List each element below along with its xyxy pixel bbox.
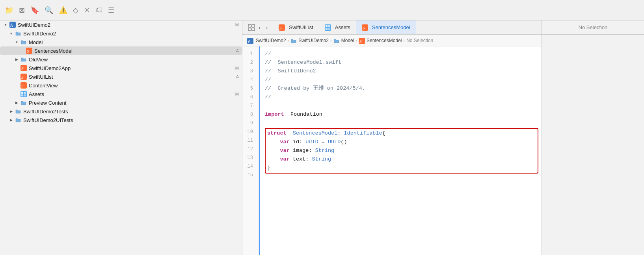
- svg-text:S: S: [21, 66, 24, 71]
- svg-rect-15: [248, 24, 251, 27]
- code-line-9: [265, 119, 542, 128]
- line-num-6: 6: [242, 93, 255, 102]
- folder-icon: [20, 100, 27, 106]
- tab-bar: ‹ › S SwiftUIList Assets S SentencesMo: [242, 20, 542, 35]
- tag-icon[interactable]: 🏷: [95, 6, 102, 14]
- assets-icon: [325, 24, 331, 31]
- breadcrumb-no-selection[interactable]: No Selection: [406, 38, 433, 43]
- chevron-icon: ▾: [14, 40, 19, 44]
- breadcrumb-sentencesmodel[interactable]: SentencesModel: [367, 38, 402, 43]
- back-button[interactable]: ‹: [257, 24, 262, 31]
- badge: A: [236, 74, 239, 79]
- sparkle-icon[interactable]: ✳: [84, 6, 90, 15]
- badge: A: [236, 48, 239, 53]
- sidebar-item-swiftuiList[interactable]: S SwiftUIList A: [0, 72, 242, 81]
- svg-rect-18: [252, 28, 255, 31]
- line-num-3: 3: [242, 67, 255, 76]
- diamond-icon[interactable]: ◇: [73, 6, 78, 15]
- tab-label: SentencesModel: [372, 24, 410, 30]
- sidebar-item-swiftuidemo2-group[interactable]: ▾ SwiftUIDemo2: [0, 29, 242, 38]
- stop-icon[interactable]: ⊠: [19, 6, 25, 15]
- bookmark-icon[interactable]: 🔖: [30, 6, 39, 15]
- line-num-8: 8: [242, 110, 255, 119]
- line-num-4: 4: [242, 76, 255, 84]
- breadcrumb-swiftuidemo2-folder[interactable]: SwiftUIDemo2: [298, 38, 329, 43]
- code-line-1: //: [265, 50, 542, 58]
- app-icon: A: [247, 38, 252, 43]
- swift-icon: S: [26, 48, 32, 54]
- sidebar-item-uitests[interactable]: ▶ SwiftUIDemo2UITests: [0, 116, 242, 124]
- svg-rect-13: [21, 94, 23, 96]
- chevron-icon: [14, 75, 19, 79]
- folder-icon: [15, 30, 21, 37]
- sidebar-item-model[interactable]: ▾ Model: [0, 38, 242, 46]
- sidebar-label: SentencesModel: [34, 48, 73, 54]
- sidebar-label: SwiftUIDemo2: [18, 22, 50, 28]
- line-num-13: 13: [242, 153, 255, 162]
- sidebar-label: Model: [29, 39, 43, 45]
- folder-icon[interactable]: 📁: [5, 6, 13, 15]
- chevron-icon: [14, 83, 19, 87]
- line-num-2: 2: [242, 58, 255, 67]
- warning-icon[interactable]: ⚠️: [59, 6, 67, 15]
- tab-sentencesmodel[interactable]: S SentencesModel: [356, 20, 416, 34]
- breadcrumb-sep: ›: [288, 38, 289, 43]
- code-line-6: //: [265, 93, 542, 102]
- sidebar-item-contentview[interactable]: S ContentView: [0, 81, 242, 90]
- sidebar-item-swiftuidemo2-root[interactable]: ▾ A SwiftUIDemo2 M: [0, 20, 242, 29]
- line-num-12: 12: [242, 145, 255, 153]
- chevron-icon: [14, 92, 19, 96]
- line-num-5: 5: [242, 84, 255, 93]
- code-content[interactable]: // // SentencesModel.swift // SwiftUIDem…: [260, 46, 542, 255]
- svg-rect-16: [252, 24, 255, 27]
- search-icon[interactable]: 🔍: [45, 6, 53, 15]
- folder-icon: [20, 39, 27, 45]
- svg-text:S: S: [363, 26, 365, 30]
- sidebar-label: SwiftUIDemo2App: [29, 65, 71, 71]
- code-line-8: import Foundation: [265, 110, 542, 119]
- forward-button[interactable]: ›: [264, 24, 270, 31]
- editor-panel: ‹ › S SwiftUIList Assets S SentencesMo: [242, 20, 542, 255]
- swift-icon: S: [20, 82, 27, 89]
- tab-swiftuiList[interactable]: S SwiftUIList: [273, 20, 319, 34]
- svg-text:A: A: [10, 23, 13, 28]
- svg-rect-23: [328, 25, 330, 27]
- sidebar-item-sentences-model[interactable]: S SentencesModel A: [0, 46, 242, 55]
- svg-text:S: S: [21, 75, 24, 79]
- code-editor[interactable]: 1 2 3 4 5 6 7 8 9 10 11 12 13 14 15 // /…: [242, 46, 542, 255]
- badge: M: [235, 66, 239, 70]
- line-num-11: 11: [242, 136, 255, 145]
- swift-icon: S: [359, 38, 364, 43]
- breadcrumb-model[interactable]: Model: [341, 38, 354, 43]
- chevron-icon: ▾: [9, 31, 13, 35]
- folder-icon: [20, 56, 27, 63]
- code-line-14: }: [266, 164, 538, 172]
- badge: –: [236, 57, 239, 62]
- breadcrumb-swiftuidemo2[interactable]: SwiftUIDemo2: [256, 38, 286, 43]
- svg-rect-25: [328, 28, 330, 30]
- sidebar-item-assets[interactable]: Assets M: [0, 90, 242, 98]
- list-icon[interactable]: ☰: [108, 6, 114, 15]
- folder-icon: [333, 38, 339, 43]
- svg-rect-11: [21, 92, 23, 94]
- sidebar-item-tests[interactable]: ▶ SwiftUIDemo2Tests: [0, 107, 242, 116]
- highlight-block: struct SentencesModel: Identifiable{ var…: [265, 128, 538, 174]
- svg-rect-17: [248, 28, 251, 31]
- grid-icon[interactable]: [248, 24, 255, 31]
- swift-icon: S: [20, 74, 27, 80]
- svg-rect-14: [24, 94, 26, 96]
- line-num-9: 9: [242, 119, 255, 128]
- svg-text:S: S: [21, 83, 24, 88]
- svg-rect-22: [326, 25, 328, 27]
- main-area: ▾ A SwiftUIDemo2 M ▾ SwiftUIDemo2 ▾ Mode…: [0, 20, 644, 255]
- folder-icon: [15, 117, 21, 123]
- sidebar-item-swiftuidemo2app[interactable]: S SwiftUIDemo2App M: [0, 64, 242, 72]
- sidebar-item-oldview[interactable]: ▶ OldView –: [0, 55, 242, 64]
- line-num-10: 10: [242, 128, 255, 136]
- tab-assets[interactable]: Assets: [319, 20, 356, 34]
- svg-text:S: S: [27, 49, 29, 54]
- inspectors-panel: No Selection: [542, 20, 644, 255]
- line-num-7: 7: [242, 102, 255, 110]
- sidebar-item-preview-content[interactable]: ▶ Preview Content: [0, 98, 242, 107]
- code-line-12: var image: String: [266, 146, 538, 155]
